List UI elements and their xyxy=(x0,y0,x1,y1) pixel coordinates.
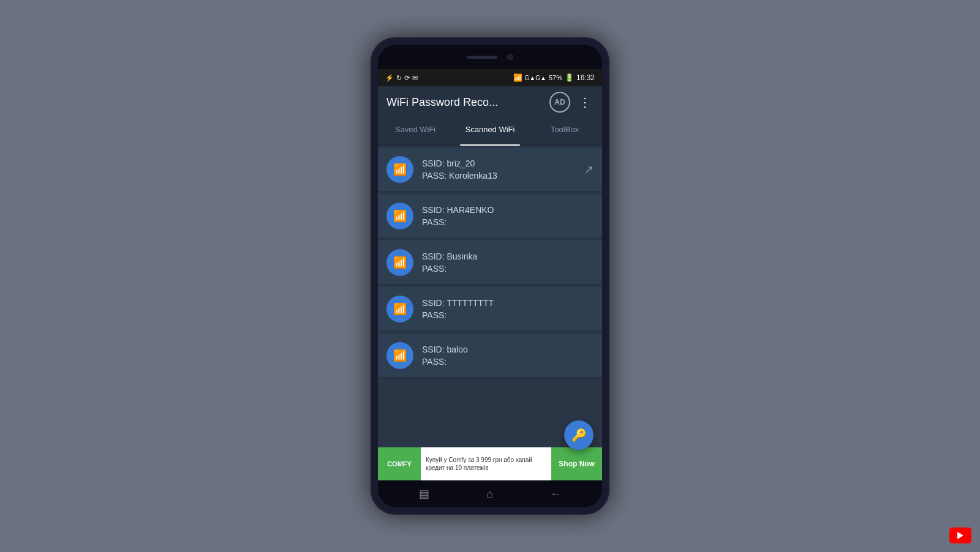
wifi-icon-circle-2: 📶 xyxy=(386,249,413,276)
youtube-watermark xyxy=(949,528,971,543)
wifi-pass-2: PASS: xyxy=(422,264,594,274)
phone-container: ⚡ ↻ ⟳ ✉ 📶 G▲G▲ 57% 🔋 16:32 WiFi Password… xyxy=(371,37,609,515)
ad-banner[interactable]: COMFY Купуй у Comfy за 3 999 грн або хап… xyxy=(378,447,602,480)
ad-logo: COMFY xyxy=(387,460,412,468)
ad-cta-button[interactable]: Shop Now xyxy=(551,447,602,480)
ad-text-content: Купуй у Comfy за 3 999 грн або хапай кре… xyxy=(421,456,551,472)
fab-key-button[interactable]: 🔑 xyxy=(564,420,594,450)
wifi-item-4[interactable]: 📶 SSID: baloo PASS: xyxy=(378,334,602,378)
status-bar: ⚡ ↻ ⟳ ✉ 📶 G▲G▲ 57% 🔋 16:32 xyxy=(378,69,602,86)
wifi-ssid-3: SSID: TTTTTTTTT xyxy=(422,298,594,308)
tab-scanned-wifi[interactable]: Scanned WiFi xyxy=(453,118,527,146)
wifi-item-1[interactable]: 📶 SSID: HAR4ENKO PASS: xyxy=(378,194,602,238)
wifi-item-2[interactable]: 📶 SSID: Businka PASS: xyxy=(378,241,602,285)
content-area: 📶 SSID: briz_20 PASS: Korolenka13 ↗ 📶 SS… xyxy=(378,146,602,480)
wifi-info-4: SSID: baloo PASS: xyxy=(422,345,594,367)
more-menu-button[interactable]: ⋮ xyxy=(576,92,594,112)
battery-label: 57% xyxy=(549,74,562,81)
wifi-ssid-4: SSID: baloo xyxy=(422,345,594,354)
tabs-bar: Saved WiFi Scanned WiFi ToolBox xyxy=(378,118,602,146)
wifi-list: 📶 SSID: briz_20 PASS: Korolenka13 ↗ 📶 SS… xyxy=(378,146,602,447)
wifi-icon-circle-0: 📶 xyxy=(386,156,413,183)
wifi-item-3[interactable]: 📶 SSID: TTTTTTTTT PASS: xyxy=(378,287,602,331)
wifi-pass-0: PASS: Korolenka13 xyxy=(422,171,576,181)
wifi-info-1: SSID: HAR4ENKO PASS: xyxy=(422,205,594,227)
tab-toolbox[interactable]: ToolBox xyxy=(527,118,602,146)
status-left-icons: ⚡ ↻ ⟳ ✉ xyxy=(385,74,418,82)
wifi-signal-icon-0: 📶 xyxy=(393,163,407,176)
wifi-ssid-0: SSID: briz_20 xyxy=(422,159,576,168)
time-label: 16:32 xyxy=(576,73,595,82)
tab-saved-label: Saved WiFi xyxy=(395,125,435,134)
wifi-pass-4: PASS: xyxy=(422,357,594,367)
ad-image: COMFY xyxy=(378,447,421,480)
tab-scanned-label: Scanned WiFi xyxy=(466,125,515,134)
wifi-info-2: SSID: Businka PASS: xyxy=(422,252,594,274)
phone-speaker xyxy=(467,56,497,59)
wifi-icon: 📶 xyxy=(513,73,522,82)
usb-icon: ⚡ xyxy=(385,74,394,82)
wifi-info-0: SSID: briz_20 PASS: Korolenka13 xyxy=(422,159,576,181)
phone-top xyxy=(378,45,602,69)
wifi-icon-circle-4: 📶 xyxy=(386,342,413,369)
wifi-signal-icon-4: 📶 xyxy=(393,349,407,362)
wifi-icon-circle-3: 📶 xyxy=(386,296,413,323)
tab-toolbox-label: ToolBox xyxy=(551,125,579,134)
key-icon: 🔑 xyxy=(571,428,587,442)
tab-saved-wifi[interactable]: Saved WiFi xyxy=(378,118,453,146)
battery-icon: 🔋 xyxy=(565,73,574,82)
bottom-nav: ▤ ⌂ ← xyxy=(378,480,602,507)
nav-back-button[interactable]: ← xyxy=(540,484,571,504)
app-header: WiFi Password Reco... AD ⋮ xyxy=(378,86,602,118)
status-right-icons: 📶 G▲G▲ 57% 🔋 16:32 xyxy=(513,73,595,82)
wifi-icon-circle-1: 📶 xyxy=(386,203,413,229)
signal-label: G▲G▲ xyxy=(525,75,546,81)
nav-home-button[interactable]: ⌂ xyxy=(477,484,503,504)
wifi-ssid-1: SSID: HAR4ENKO xyxy=(422,205,594,215)
wifi-signal-icon-2: 📶 xyxy=(393,256,407,269)
sync-icon: ↻ xyxy=(396,74,402,82)
youtube-play-icon xyxy=(957,532,963,539)
app-title: WiFi Password Reco... xyxy=(386,96,543,109)
wifi-pass-3: PASS: xyxy=(422,310,594,320)
wifi-item-0[interactable]: 📶 SSID: briz_20 PASS: Korolenka13 ↗ xyxy=(378,147,602,192)
ad-badge[interactable]: AD xyxy=(549,92,570,113)
wifi-signal-icon-1: 📶 xyxy=(393,209,407,223)
mail-icon: ✉ xyxy=(412,74,418,82)
nav-menu-button[interactable]: ▤ xyxy=(409,483,439,504)
wifi-pass-1: PASS: xyxy=(422,217,594,227)
wifi-info-3: SSID: TTTTTTTTT PASS: xyxy=(422,298,594,320)
wifi-signal-icon-3: 📶 xyxy=(393,302,407,316)
wifi-ssid-2: SSID: Businka xyxy=(422,252,594,261)
refresh-icon: ⟳ xyxy=(404,74,410,82)
phone-screen: ⚡ ↻ ⟳ ✉ 📶 G▲G▲ 57% 🔋 16:32 WiFi Password… xyxy=(378,45,602,507)
share-icon-0[interactable]: ↗ xyxy=(584,163,594,176)
phone-camera xyxy=(507,54,513,60)
